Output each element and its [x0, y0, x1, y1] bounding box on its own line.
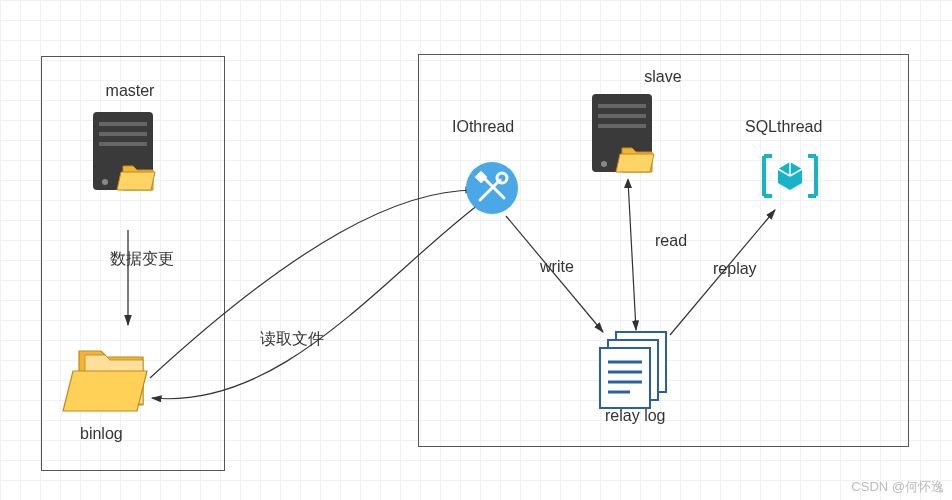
- watermark: CSDN @何怀逸: [851, 478, 944, 496]
- edge-write-label: write: [540, 258, 574, 276]
- edge-replay-label: replay: [713, 260, 757, 278]
- iothread-label: IOthread: [452, 118, 514, 136]
- slave-box: [418, 54, 909, 447]
- master-title: master: [100, 82, 160, 100]
- binlog-label: binlog: [80, 425, 123, 443]
- edge-read-file-label: 读取文件: [260, 329, 324, 350]
- edge-read-label: read: [655, 232, 687, 250]
- slave-title: slave: [638, 68, 688, 86]
- relaylog-label: relay log: [605, 407, 665, 425]
- sqlthread-label: SQLthread: [745, 118, 822, 136]
- edge-data-change-label: 数据变更: [110, 249, 174, 270]
